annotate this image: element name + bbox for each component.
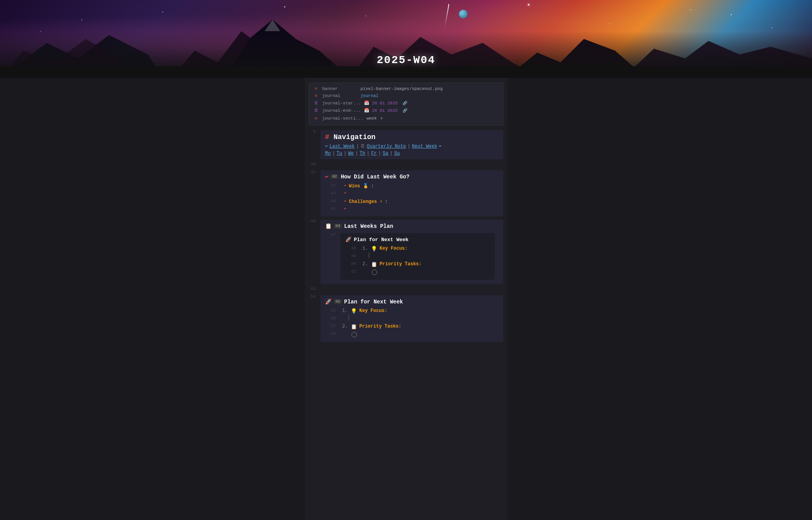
line-46-section: 46 📋 H3 Last Weeks Plan 47 — [305, 218, 507, 286]
line-41-section: 41 ↩ H2 How Did Last Week Go? 42 • Wins … — [305, 169, 507, 218]
nav-day-tu[interactable]: Tu — [337, 151, 342, 156]
fm-key-journal-start: journal-star... — [322, 101, 361, 106]
fm-row-journal-end: 🗓 journal-end-... 📅 26 01 2025 🔗 — [313, 107, 499, 114]
fm-date-start: 📅 20 01 2025 — [364, 100, 398, 106]
indent-decoration-2 — [348, 315, 349, 321]
nav-day-we[interactable]: We — [348, 151, 353, 156]
nav-block: # Navigation ⬅ Last Week | 🗓 Quarterly N… — [320, 129, 507, 161]
next-week-link[interactable]: Next Week — [412, 144, 437, 149]
svg-marker-3 — [226, 19, 350, 78]
last-week-link[interactable]: Last Week — [329, 144, 355, 149]
link-icon: 🔗 — [402, 101, 407, 106]
key-focus-item-nested: 1. 💡 Key Focus: — [361, 245, 408, 253]
page-title: 2025-W04 — [377, 54, 435, 66]
wins-label: Wins 🏅 — [349, 183, 369, 189]
last-week-heading-text: How Did Last Week Go? — [341, 174, 409, 180]
fm-value-journal[interactable]: journal — [360, 93, 378, 98]
add-property-button[interactable]: + — [380, 115, 383, 122]
nav-day-th[interactable]: Th — [360, 151, 365, 156]
line-43: 43 • — [325, 190, 499, 198]
last-weeks-plan-heading: 📋 H3 Last Weeks Plan — [325, 223, 499, 229]
fm-key-banner: banner — [322, 86, 357, 91]
nav-day-sa[interactable]: Sa — [383, 151, 388, 156]
wins-item: • Wins 🏅 : — [341, 182, 374, 190]
h3-badge: H3 — [334, 224, 342, 229]
key-focus-item: 1. 💡 Key Focus: — [341, 307, 387, 315]
nav-days-row: Mo | Tu | We | Th | Fr | Sa | Su — [325, 151, 499, 156]
challenges-label: Challenges ⚡ — [349, 199, 382, 204]
line-50: 50 2. 📋 Priority Tasks: — [345, 261, 490, 268]
nested-plan-heading: 🚀 Plan for Next Week — [345, 236, 490, 243]
svg-rect-8 — [0, 66, 812, 78]
nav-links-row: ⬅ Last Week | 🗓 Quarterly Note | Next We… — [325, 143, 499, 149]
mountain-decoration — [0, 19, 812, 78]
planet-decoration — [459, 10, 468, 18]
priority-tasks-label-nested: Priority Tasks: — [380, 261, 422, 267]
nav-day-fr[interactable]: Fr — [371, 151, 376, 156]
back-arrow-icon: ↩ — [325, 173, 328, 180]
circle-bullet-outer — [352, 332, 357, 337]
frontmatter-block: ≡ banner pixel-banner-images/spacenut.pn… — [309, 83, 503, 125]
svg-marker-0 — [0, 35, 163, 78]
last-weeks-plan-section: 📋 H3 Last Weeks Plan 47 🚀 Plan for Next … — [320, 220, 503, 284]
calendar-icon: 🗓 — [313, 100, 319, 106]
page-banner: 2025-W04 — [0, 0, 812, 78]
svg-marker-6 — [506, 39, 646, 78]
list-icon: ≡ — [313, 86, 319, 91]
line-53: 53 — [305, 286, 507, 294]
navigation-section: # Navigation ⬅ Last Week | 🗓 Quarterly N… — [320, 130, 503, 159]
line-47: 47 🚀 Plan for Next Week 48 — [325, 232, 499, 281]
quarterly-note-link[interactable]: Quarterly Note — [367, 144, 406, 149]
rocket-icon-2: 🚀 — [325, 298, 332, 305]
rocket-icon: 🚀 — [345, 236, 352, 243]
fm-key-journal: journal — [322, 93, 357, 98]
line-56: 56 — [325, 315, 499, 323]
link-icon-2: 🔗 — [402, 108, 407, 113]
clipboard-icon: 📋 — [325, 223, 332, 229]
key-focus-label: Key Focus: — [359, 308, 387, 314]
list-icon-3: ≡ — [313, 116, 319, 121]
line-49: 49 — [345, 253, 490, 261]
nested-plan-text: Plan for Next Week — [354, 237, 408, 243]
fm-row-journal-section: ≡ journal-secti... week + — [313, 114, 499, 123]
plan-next-week-heading: 🚀 H2 Plan for Next Week — [325, 298, 499, 305]
nav-heading: # Navigation — [325, 133, 499, 141]
priority-tasks-label: Priority Tasks: — [359, 324, 401, 329]
arrow-forward-icon: ➡ — [439, 143, 441, 149]
line-8: 8 # Navigation ⬅ Last Week | 🗓 Quarterly… — [305, 129, 507, 161]
line-57: 57 2. 📋 Priority Tasks: — [325, 323, 499, 331]
priority-tasks-item-nested: 2. 📋 Priority Tasks: — [361, 261, 422, 268]
fm-date-end: 📅 26 01 2025 — [364, 108, 398, 113]
line-42: 42 • Wins 🏅 : — [325, 182, 499, 190]
line-40: 40 — [305, 161, 507, 169]
indent-decoration — [369, 253, 369, 258]
nested-plan-block: 🚀 Plan for Next Week 48 1. 💡 Ke — [341, 233, 495, 280]
priority-tasks-item: 2. 📋 Priority Tasks: — [341, 323, 401, 331]
key-focus-label-nested: Key Focus: — [380, 246, 408, 251]
last-week-heading: ↩ H2 How Did Last Week Go? — [325, 173, 499, 180]
nav-heading-text: Navigation — [334, 133, 376, 141]
h2-badge: H2 — [330, 174, 338, 179]
line-54-section: 54 🚀 H2 Plan for Next Week 55 1. 💡 — [305, 294, 507, 344]
circle-bullet-nested — [372, 270, 377, 275]
line-44: 44 • Challenges ⚡ : — [325, 198, 499, 206]
fm-key-journal-end: journal-end-... — [322, 108, 361, 113]
line-48: 48 1. 💡 Key Focus: — [345, 245, 490, 253]
hash-symbol: # — [325, 133, 329, 141]
main-content: ≡ banner pixel-banner-images/spacenut.pn… — [0, 78, 812, 520]
fm-row-journal: ≡ journal journal — [313, 92, 499, 99]
line-num-8: 8 — [305, 129, 320, 134]
plan-next-week-section: 🚀 H2 Plan for Next Week 55 1. 💡 Key Focu… — [320, 295, 503, 342]
fm-row-banner: ≡ banner pixel-banner-images/spacenut.pn… — [313, 85, 499, 92]
nav-day-su[interactable]: Su — [394, 151, 400, 156]
fm-value-banner: pixel-banner-images/spacenut.png — [360, 86, 443, 91]
plan-next-week-text: Plan for Next Week — [344, 299, 403, 305]
line-58: 58 — [325, 331, 499, 339]
list-icon-2: ≡ — [313, 93, 319, 98]
svg-marker-1 — [0, 39, 144, 78]
nav-day-mo[interactable]: Mo — [325, 151, 330, 156]
fm-row-journal-start: 🗓 journal-star... 📅 20 01 2025 🔗 — [313, 99, 499, 107]
fm-value-journal-section: week — [367, 116, 377, 121]
challenges-item: • Challenges ⚡ : — [341, 198, 388, 205]
fm-key-journal-section: journal-secti... — [322, 116, 364, 121]
